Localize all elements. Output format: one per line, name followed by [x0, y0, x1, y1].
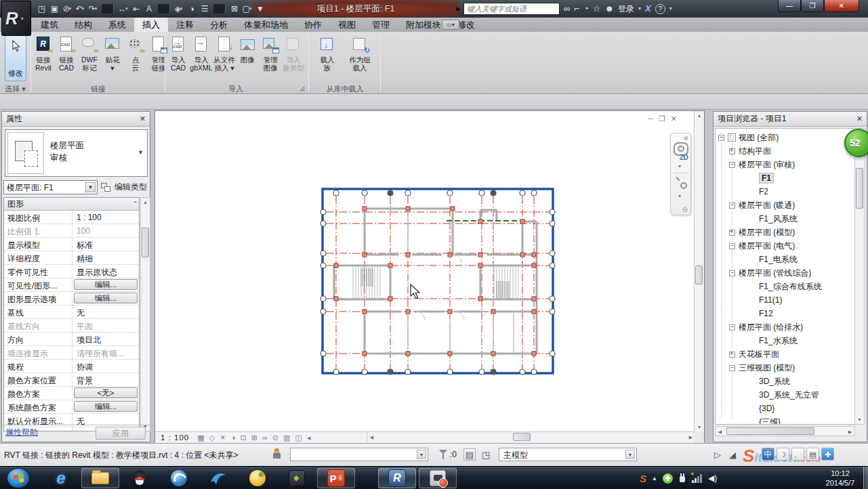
ribbon-button[interactable]: →CAD 导入 CAD	[167, 34, 190, 72]
property-value[interactable]: 编辑...	[73, 278, 139, 291]
wheel-menu-caret-icon[interactable]: ▾	[678, 163, 681, 169]
tree-item[interactable]: 天花板平面	[716, 347, 854, 361]
tree-item[interactable]: 3D_系统_无立管	[716, 388, 854, 402]
tree-item-label[interactable]: F1_水系统	[759, 335, 798, 347]
tree-item-label[interactable]: 楼层平面 (管线综合)	[739, 268, 811, 279]
properties-scrollbar[interactable]: ▲ ▼	[140, 197, 150, 431]
properties-header[interactable]: 属性 ✕	[2, 112, 150, 127]
tree-item-label[interactable]: 楼层平面 (暖通)	[739, 200, 795, 211]
ribbon-button[interactable]: 导入 族类型	[282, 34, 305, 72]
qat-button[interactable]: ◑	[186, 3, 198, 15]
view-minimize-icon[interactable]: ─	[648, 114, 653, 123]
taskbar-clock[interactable]: 10:12 2014/5/7	[819, 469, 862, 488]
chevron-down-icon[interactable]: ▼	[85, 182, 96, 192]
view-control-icon[interactable]: ☀	[220, 433, 226, 443]
tree-expander-icon[interactable]	[729, 230, 735, 236]
ribbon-tab[interactable]: 建筑	[33, 18, 66, 32]
qat-button[interactable]: ▼	[254, 3, 266, 15]
search-icon[interactable]: ∞	[564, 3, 570, 15]
taskbar-thunder[interactable]	[199, 468, 237, 488]
browser-vertical-scrollbar[interactable]: ▲ ▼	[854, 128, 865, 425]
property-value[interactable]: 精细	[73, 251, 139, 264]
tree-item-label[interactable]: {三维}	[759, 417, 781, 425]
tree-item-label[interactable]: F11(1)	[759, 295, 782, 305]
view-control-icon[interactable]: ◫	[295, 433, 302, 443]
view-control-icon[interactable]: ⊞	[251, 433, 257, 443]
ribbon-tab[interactable]: 插入	[134, 18, 168, 32]
qat-button[interactable]: ↷ ▾	[87, 3, 99, 15]
editable-only-icon[interactable]: ▤	[463, 448, 476, 461]
tree-expander-icon[interactable]	[729, 203, 735, 209]
qat-button[interactable]	[213, 4, 226, 14]
close-icon[interactable]: ✕	[856, 114, 863, 123]
apply-button[interactable]: 应用	[96, 427, 146, 440]
qat-button[interactable]	[158, 4, 170, 14]
help-caret-icon[interactable]: ▾	[669, 3, 672, 15]
ribbon-button[interactable]: ∞ DWF 标记	[78, 34, 101, 72]
property-value[interactable]: 标准	[73, 238, 139, 251]
favorites-icon[interactable]: ☆	[593, 3, 601, 15]
browser-horizontal-scrollbar[interactable]: ◀ ▶	[715, 426, 855, 436]
tree-item-label[interactable]: 3D_系统	[759, 376, 790, 387]
tree-item-label[interactable]: 楼层平面 (审核)	[739, 159, 795, 171]
chevron-down-icon[interactable]: ▼	[138, 149, 144, 156]
qat-button[interactable]: A	[143, 3, 155, 15]
ime-fullwidth-icon[interactable]: ☽	[777, 448, 789, 461]
import-panel-label[interactable]: 导入	[167, 84, 305, 93]
qat-button[interactable]: ↔ ▾	[117, 3, 129, 15]
tree-item-label[interactable]: F12	[759, 309, 773, 318]
view-close-icon[interactable]: ✕	[671, 114, 677, 123]
tray-power-icon[interactable]	[678, 473, 686, 483]
subscription-key-icon[interactable]: ⌐	[574, 3, 579, 15]
tree-item[interactable]: F1_电系统	[716, 253, 854, 266]
tree-item[interactable]: 楼层平面 (管线综合)	[716, 266, 854, 280]
exchange-apps-icon[interactable]: X	[645, 3, 651, 15]
navbar-collapse-icon[interactable]: ⊖	[682, 206, 688, 213]
tree-item-label[interactable]: 楼层平面 (电气)	[739, 240, 795, 252]
properties-help-link[interactable]: 属性帮助	[5, 427, 38, 438]
link-panel-label[interactable]: 链接	[32, 84, 165, 93]
sign-in-caret-icon[interactable]: ▾	[638, 3, 641, 15]
ribbon-tab[interactable]: 视图	[330, 18, 364, 32]
modify-tool-button[interactable]: 修改	[5, 35, 26, 81]
notification-badge[interactable]: 52	[844, 129, 868, 157]
restore-button[interactable]: ❐	[801, 0, 824, 12]
doors[interactable]	[402, 255, 491, 320]
ime-keyboard-icon[interactable]: ▤	[806, 448, 819, 461]
qat-button[interactable]: ◈ ▾	[173, 3, 185, 15]
tree-item-label[interactable]: {3D}	[759, 404, 774, 413]
property-value[interactable]: <无>	[73, 387, 139, 400]
tree-item[interactable]: 视图 (全部)	[716, 131, 854, 144]
ribbon-button[interactable]: ↓ 从文件 插入 ▾	[213, 34, 236, 72]
tree-item-label[interactable]: 天花板平面	[739, 349, 779, 360]
ribbon-button[interactable]: → 导入 gbXML	[190, 34, 213, 72]
tray-network-icon[interactable]	[692, 473, 703, 483]
tree-item-label[interactable]: F1_风系统	[759, 213, 798, 225]
tree-item-label[interactable]: 楼层平面 (模型)	[739, 227, 795, 238]
ribbon-button[interactable]: CAD∞ 链接 CAD	[55, 34, 78, 72]
filter-icon[interactable]	[439, 450, 447, 454]
search-input[interactable]	[463, 3, 560, 15]
select-links-icon[interactable]: ▷	[711, 448, 724, 461]
help-icon[interactable]: ?	[655, 4, 665, 14]
property-value[interactable]: 平面	[73, 319, 139, 332]
taskbar-explorer[interactable]	[81, 468, 119, 488]
taskbar-revit[interactable]: R	[378, 468, 416, 488]
navbar-close-icon[interactable]: ⊗	[683, 135, 688, 142]
property-value[interactable]: 清理所有墙...	[73, 346, 139, 359]
worksets-combo[interactable]: ▼	[290, 448, 428, 461]
tray-360-icon[interactable]: ✚	[663, 473, 673, 484]
design-options-combo[interactable]: 主模型 ▼	[499, 448, 637, 461]
taskbar-music-app[interactable]	[239, 468, 276, 488]
ime-chinese-icon[interactable]: 中	[762, 448, 774, 461]
property-value[interactable]: 无	[73, 305, 139, 318]
tree-item[interactable]: 楼层平面 (暖通)	[716, 198, 854, 212]
ribbon-tab[interactable]: 结构	[66, 18, 100, 32]
dialog-launcher-icon[interactable]: ◿	[300, 85, 304, 91]
ribbon-tab[interactable]: 管理	[364, 18, 398, 32]
tree-item[interactable]: 楼层平面 (电气)	[716, 239, 854, 253]
show-desktop-button[interactable]	[863, 467, 868, 489]
tray-volume-icon[interactable]: ◀)	[708, 473, 717, 483]
view-instance-combo[interactable]: 楼层平面: F1 ▼	[3, 180, 98, 194]
zoom-menu-caret-icon[interactable]: ▾	[678, 193, 681, 199]
